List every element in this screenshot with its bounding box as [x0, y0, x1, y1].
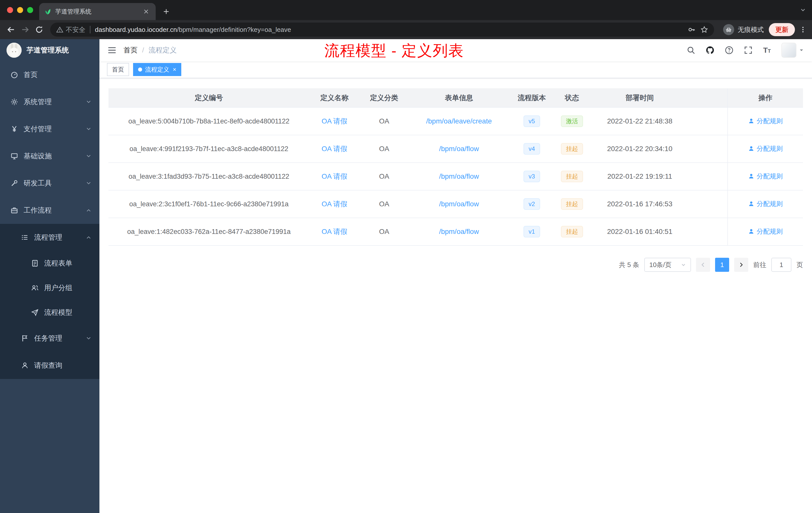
column-header: 定义名称: [309, 88, 359, 108]
cell-definition-id: oa_leave:1:482ec033-762a-11ec-8477-a2380…: [109, 218, 309, 245]
chevron-up-icon: [86, 235, 91, 240]
sidebar-item-home[interactable]: 首页: [0, 61, 99, 88]
tag-label: 首页: [112, 65, 124, 73]
definition-name-link[interactable]: OA 请假: [322, 145, 348, 153]
user-icon: [21, 362, 29, 369]
cell-form: /bpm/oa/flow: [409, 190, 509, 218]
address-bar[interactable]: 不安全 dashboard.yudao.iocoder.cn/bpm/manag…: [50, 23, 714, 37]
form-link[interactable]: /bpm/oa/flow: [439, 200, 479, 208]
tags-view: 首页流程定义×: [99, 61, 812, 78]
definition-name-link[interactable]: OA 请假: [322, 228, 348, 235]
version-badge: v1: [523, 226, 540, 237]
warning-icon: [56, 26, 63, 33]
font-size-icon[interactable]: TT: [763, 47, 771, 54]
hamburger-icon[interactable]: [108, 46, 116, 55]
prev-page-button[interactable]: [696, 258, 710, 272]
sidebar-item-system[interactable]: 系统管理: [0, 88, 99, 116]
list-icon: [21, 234, 29, 241]
cell-action: 分配规则: [728, 135, 803, 163]
page-unit-label: 页: [796, 261, 803, 269]
avatar[interactable]: [781, 43, 796, 58]
assign-rule-link[interactable]: 分配规则: [748, 227, 783, 236]
chevron-down-icon: [86, 180, 91, 186]
help-icon[interactable]: [725, 46, 733, 55]
assign-rule-link[interactable]: 分配规则: [748, 172, 783, 181]
bookmark-star-icon[interactable]: [700, 26, 708, 33]
tab-search-chevron-icon[interactable]: [800, 7, 806, 13]
goto-page-input[interactable]: [771, 258, 791, 272]
form-link[interactable]: /bpm/oa/flow: [439, 173, 479, 180]
sidebar-menu: 首页系统管理支付管理基础设施研发工具工作流程流程管理流程表单用户分组流程模型任务…: [0, 61, 99, 379]
search-icon[interactable]: [687, 46, 695, 55]
tag-close-icon[interactable]: ×: [172, 66, 176, 72]
tag-item[interactable]: 首页: [107, 63, 129, 76]
form-link[interactable]: /bpm/oa/flow: [439, 145, 479, 153]
fullscreen-icon[interactable]: [744, 46, 753, 55]
key-icon[interactable]: [688, 26, 696, 33]
sidebar-item-process-mgmt[interactable]: 流程管理: [0, 224, 99, 251]
assign-rule-link[interactable]: 分配规则: [748, 144, 783, 153]
sidebar-item-label: 用户分组: [44, 283, 72, 293]
definition-name-link[interactable]: OA 请假: [322, 173, 348, 180]
forward-button[interactable]: [18, 23, 32, 37]
chrome-update-button[interactable]: 更新: [769, 23, 795, 36]
github-icon[interactable]: [706, 46, 714, 55]
sidebar-item-leave-query[interactable]: 请假查询: [0, 352, 99, 379]
window-minimize-button[interactable]: [17, 7, 23, 13]
cell-deploy-time: 2022-01-16 17:46:53: [589, 190, 690, 218]
sidebar-item-label: 工作流程: [24, 206, 52, 215]
breadcrumb-item[interactable]: 首页: [123, 46, 138, 55]
security-chip[interactable]: 不安全: [56, 25, 85, 34]
sidebar-item-infra[interactable]: 基础设施: [0, 143, 99, 170]
incognito-icon: [723, 24, 734, 35]
sidebar-item-process-form[interactable]: 流程表单: [0, 251, 99, 276]
reload-button[interactable]: [32, 23, 46, 37]
new-tab-button[interactable]: [160, 5, 173, 18]
assign-rule-link[interactable]: 分配规则: [748, 117, 783, 125]
tag-active[interactable]: 流程定义×: [133, 63, 181, 76]
tab-close-icon[interactable]: [143, 8, 151, 15]
back-button[interactable]: [4, 23, 18, 37]
browser-tab[interactable]: 芋道管理系统: [39, 3, 156, 20]
page-button-1[interactable]: 1: [715, 258, 729, 272]
sidebar-item-devtools[interactable]: 研发工具: [0, 170, 99, 197]
user-menu[interactable]: [781, 43, 804, 58]
chevron-down-icon: [86, 126, 91, 132]
active-dot: [138, 67, 142, 71]
form-link[interactable]: /bpm/oa/flow: [439, 228, 479, 235]
page-size-select[interactable]: 10条/页: [644, 258, 691, 272]
sidebar-item-label: 流程表单: [44, 259, 72, 268]
next-page-button[interactable]: [734, 258, 748, 272]
definition-name-link[interactable]: OA 请假: [322, 117, 348, 125]
window-close-button[interactable]: [7, 7, 13, 13]
form-link[interactable]: /bpm/oa/leave/create: [426, 117, 492, 125]
sidebar-item-process-model[interactable]: 流程模型: [0, 300, 99, 325]
sidebar-item-label: 支付管理: [24, 124, 52, 134]
cell-deploy-time: 2022-01-22 19:19:11: [589, 163, 690, 190]
cell-deploy-time: 2022-01-22 21:48:38: [589, 108, 690, 135]
user-icon: [748, 173, 754, 179]
sidebar: 芋道管理系统 首页系统管理支付管理基础设施研发工具工作流程流程管理流程表单用户分…: [0, 39, 99, 513]
sidebar-item-task-mgmt[interactable]: 任务管理: [0, 325, 99, 352]
cell-action: 分配规则: [728, 190, 803, 218]
security-label: 不安全: [66, 25, 85, 34]
sidebar-item-user-group[interactable]: 用户分组: [0, 276, 99, 300]
sidebar-item-workflow[interactable]: 工作流程: [0, 197, 99, 224]
cell-status: 激活: [554, 108, 589, 135]
user-icon: [748, 118, 754, 124]
content: 定义编号定义名称定义分类表单信息流程版本状态部署时间操作 oa_leave:5:…: [99, 78, 812, 513]
chevron-down-icon: [86, 99, 91, 105]
favicon: [44, 8, 51, 15]
column-header: 操作: [728, 88, 803, 108]
logo-avatar: [6, 43, 22, 58]
window-zoom-button[interactable]: [27, 7, 33, 13]
table-row: oa_leave:2:3c1f0ef1-76b1-11ec-9c66-a2380…: [109, 190, 803, 218]
assign-rule-link[interactable]: 分配规则: [748, 200, 783, 208]
app-title: 芋道管理系统: [27, 46, 69, 55]
browser-menu-icon[interactable]: [798, 26, 808, 33]
monitor-icon: [10, 152, 18, 160]
update-label: 更新: [775, 25, 788, 34]
column-header: 表单信息: [409, 88, 509, 108]
sidebar-item-payment[interactable]: 支付管理: [0, 116, 99, 143]
definition-name-link[interactable]: OA 请假: [322, 200, 348, 208]
